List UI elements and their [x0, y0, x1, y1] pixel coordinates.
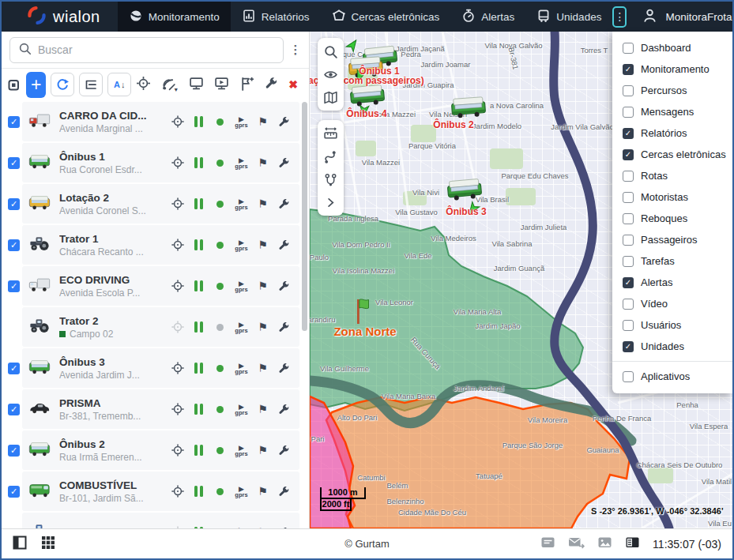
- unit-wrench-icon[interactable]: [273, 116, 295, 128]
- unit-row-trator-3[interactable]: Trator 3▶gprs⚑: [2, 513, 309, 528]
- menu-item-unidades[interactable]: ✓Unidades: [612, 336, 732, 357]
- unit-wrench-icon[interactable]: [273, 445, 295, 457]
- locate-unit-icon[interactable]: [167, 197, 188, 211]
- menu-checkbox[interactable]: ✓: [623, 128, 634, 139]
- menu-item-tarefas[interactable]: Tarefas: [612, 250, 732, 272]
- unit-wrench-icon[interactable]: [273, 280, 295, 292]
- map-visibility-eye-button[interactable]: [319, 63, 342, 85]
- unit-wrench-icon[interactable]: [273, 321, 295, 333]
- menu-item-rotas[interactable]: Rotas: [612, 165, 732, 186]
- notes-icon[interactable]: [540, 536, 555, 553]
- menu-item-reboques[interactable]: Reboques: [612, 208, 732, 229]
- unit-row-carro-da-cid[interactable]: ✓CARRO DA CID...Avenida Marginal ...▶gpr…: [2, 102, 309, 141]
- menu-checkbox[interactable]: [623, 43, 634, 54]
- unit-wrench-icon[interactable]: [273, 198, 295, 210]
- search-input[interactable]: [38, 43, 275, 56]
- map-ruler-button[interactable]: [319, 122, 342, 145]
- locate-unit-icon[interactable]: [167, 361, 188, 375]
- menu-checkbox[interactable]: [623, 371, 634, 382]
- add-unit-button[interactable]: +: [26, 72, 46, 98]
- nav-tab-unidades[interactable]: Unidades: [525, 2, 612, 32]
- menu-item-relatorios[interactable]: ✓Relatórios: [612, 122, 732, 144]
- map-marker-bus-green[interactable]: [450, 94, 487, 122]
- dashboard-panel-icon[interactable]: [625, 536, 640, 553]
- refresh-button[interactable]: [51, 73, 74, 96]
- sort-button[interactable]: A↓: [107, 73, 131, 96]
- nav-tab-monitoramento[interactable]: Monitoramento: [118, 2, 231, 32]
- tree-view-button[interactable]: [79, 73, 103, 96]
- locate-unit-icon[interactable]: [167, 115, 188, 129]
- unit-wrench-icon[interactable]: [273, 404, 295, 415]
- nav-tab-alertas[interactable]: Alertas: [450, 2, 525, 32]
- menu-checkbox[interactable]: ✓: [623, 149, 634, 160]
- unit-row-combustivel[interactable]: ✓COMBUSTÍVELBr-101, Jardim Sã...▶gprs⚑: [2, 472, 309, 511]
- menu-checkbox[interactable]: [623, 107, 634, 118]
- media-gallery-icon[interactable]: [597, 536, 612, 553]
- settings-wrench-icon[interactable]: [265, 77, 278, 93]
- unit-checkbox[interactable]: ✓: [8, 157, 20, 169]
- unit-row-prisma[interactable]: ✓PRISMABr-381, Trememb...▶gprs⚑: [2, 389, 309, 429]
- menu-checkbox[interactable]: [623, 85, 634, 96]
- menu-checkbox[interactable]: [623, 320, 634, 331]
- media-monitor-icon[interactable]: [214, 76, 229, 94]
- map-layers-button[interactable]: [319, 86, 342, 108]
- unit-checkbox[interactable]: ✓: [8, 445, 20, 457]
- unit-row-onibus-3[interactable]: ✓Ônibus 3Avenida Jardim J...▶gprs⚑: [2, 348, 309, 388]
- locate-unit-icon[interactable]: [167, 402, 188, 416]
- search-options-button[interactable]: ⋮: [285, 43, 306, 57]
- wialon-logo[interactable]: wialon: [2, 2, 118, 32]
- add-flag-icon[interactable]: [239, 76, 254, 94]
- unit-checkbox[interactable]: ✓: [8, 404, 20, 415]
- messages-mail-icon[interactable]: [568, 536, 585, 553]
- unit-row-trator-1[interactable]: ✓Trator 1Chácara Recanto ...▶gprs⚑: [2, 225, 309, 265]
- apps-menu-button[interactable]: ⋮: [612, 6, 627, 28]
- layout-panel-icon[interactable]: [13, 536, 27, 553]
- unit-visibility-icon[interactable]: [8, 77, 21, 92]
- menu-item-aplicativos[interactable]: Aplicativos: [612, 366, 732, 387]
- menu-item-monitoramento[interactable]: ✓Monitoramento: [612, 58, 732, 80]
- unit-checkbox[interactable]: ✓: [8, 198, 20, 210]
- user-menu[interactable]: MonitoraFrota: [627, 2, 734, 32]
- locate-unit-icon[interactable]: [167, 484, 188, 498]
- unit-row-onibus-1[interactable]: ✓Ônibus 1Rua Coronel Esdr...▶gprs⚑: [2, 143, 309, 182]
- locate-unit-icon[interactable]: [167, 238, 188, 252]
- menu-item-cercas-eletronicas[interactable]: ✓Cercas eletrônicas: [612, 144, 732, 165]
- menu-item-motoristas[interactable]: Motoristas: [612, 186, 732, 208]
- nav-tab-cercas-eletronicas[interactable]: Cercas eletrônicas: [321, 2, 451, 32]
- menu-item-dashboard[interactable]: Dashboard: [612, 37, 732, 58]
- unit-row-trator-2[interactable]: Trator 2Campo 02▶gprs⚑: [2, 307, 309, 347]
- nav-tab-relatorios[interactable]: Relatórios: [231, 2, 321, 32]
- locate-unit-icon[interactable]: [167, 443, 188, 457]
- apps-grid-icon[interactable]: [41, 536, 55, 553]
- locate-all-crosshair-icon[interactable]: [136, 76, 151, 94]
- clear-list-icon[interactable]: ✖: [288, 78, 298, 91]
- monitor-icon[interactable]: [189, 76, 204, 94]
- unit-checkbox[interactable]: ✓: [8, 116, 20, 128]
- menu-checkbox[interactable]: [623, 213, 634, 224]
- unit-row-onibus-2[interactable]: ✓Ônibus 2Rua Irmã Emeren...▶gprs⚑: [2, 430, 309, 470]
- menu-checkbox[interactable]: [623, 192, 634, 203]
- unit-checkbox[interactable]: ✓: [8, 239, 20, 251]
- tracking-source-icon[interactable]: ▼: [161, 77, 179, 92]
- menu-item-passageiros[interactable]: Passageiros: [612, 229, 732, 250]
- unit-checkbox[interactable]: ✓: [8, 486, 20, 498]
- unit-row-eco-driving[interactable]: ✓ECO DRIVINGAvenida Escola P...▶gprs⚑: [2, 266, 309, 306]
- locate-unit-icon[interactable]: [167, 320, 188, 334]
- menu-checkbox[interactable]: [623, 256, 634, 267]
- menu-item-alertas[interactable]: ✓Alertas: [612, 272, 732, 293]
- menu-item-mensagens[interactable]: Mensagens: [612, 101, 732, 122]
- sidebar-scrollbar[interactable]: [302, 100, 307, 528]
- menu-item-percursos[interactable]: Percursos: [612, 80, 732, 101]
- unit-checkbox[interactable]: ✓: [8, 280, 20, 292]
- unit-wrench-icon[interactable]: [273, 157, 295, 169]
- map-expand-chevron-button[interactable]: [319, 191, 342, 213]
- menu-checkbox[interactable]: ✓: [623, 341, 634, 352]
- unit-wrench-icon[interactable]: [273, 239, 295, 251]
- map-search-button[interactable]: [319, 40, 342, 62]
- menu-item-usuarios[interactable]: Usuários: [612, 314, 732, 336]
- menu-item-video[interactable]: Vídeo: [612, 293, 732, 314]
- locate-unit-icon[interactable]: [167, 156, 188, 170]
- map-route-button[interactable]: [319, 145, 342, 167]
- locate-unit-icon[interactable]: [167, 279, 188, 293]
- unit-row-lotacao-2[interactable]: ✓Lotação 2Avenida Coronel S...▶gprs⚑: [2, 184, 309, 224]
